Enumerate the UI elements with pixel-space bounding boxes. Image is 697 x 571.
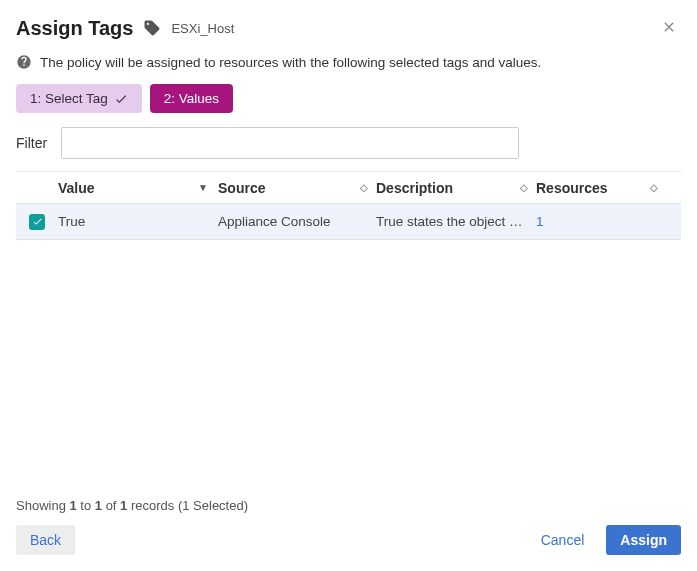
assign-tags-dialog: Assign Tags ESXi_Host The policy will be… <box>0 0 697 571</box>
cell-value: True <box>58 214 218 229</box>
step-select-tag[interactable]: 1: Select Tag <box>16 84 142 113</box>
tag-icon <box>143 19 161 37</box>
assign-button[interactable]: Assign <box>606 525 681 555</box>
cell-source: Appliance Console <box>218 214 376 229</box>
dialog-footer: Back Cancel Assign <box>16 525 681 571</box>
sort-desc-icon: ▼ <box>198 182 208 193</box>
step1-label: 1: Select Tag <box>30 91 108 106</box>
col-resources[interactable]: Resources ◇ <box>536 180 666 196</box>
check-icon <box>114 92 128 106</box>
values-table: Value ▼ Source ◇ Description ◇ Resources… <box>16 171 681 240</box>
filter-row: Filter <box>16 127 681 159</box>
row-checkbox-cell <box>16 214 58 230</box>
table-row[interactable]: True Appliance Console True states the o… <box>16 204 681 240</box>
close-button[interactable] <box>657 14 681 42</box>
sort-icon: ◇ <box>360 182 366 193</box>
cell-resources[interactable]: 1 <box>536 214 666 229</box>
selected-tag-name: ESXi_Host <box>171 21 234 36</box>
col-description[interactable]: Description ◇ <box>376 180 536 196</box>
back-button[interactable]: Back <box>16 525 75 555</box>
step2-label: 2: Values <box>164 91 219 106</box>
checkmark-icon <box>32 216 43 227</box>
hint-text: The policy will be assigned to resources… <box>40 55 541 70</box>
col-value[interactable]: Value ▼ <box>58 180 218 196</box>
wizard-steps: 1: Select Tag 2: Values <box>16 84 681 113</box>
filter-input[interactable] <box>61 127 519 159</box>
cancel-button[interactable]: Cancel <box>527 525 599 555</box>
step-values[interactable]: 2: Values <box>150 84 233 113</box>
cell-description: True states the object … <box>376 214 536 229</box>
status-line: Showing 1 to 1 of 1 records (1 Selected) <box>16 498 681 513</box>
help-icon <box>16 54 32 70</box>
hint-row: The policy will be assigned to resources… <box>16 54 681 70</box>
filter-label: Filter <box>16 135 47 151</box>
table-header: Value ▼ Source ◇ Description ◇ Resources… <box>16 172 681 204</box>
col-source[interactable]: Source ◇ <box>218 180 376 196</box>
close-icon <box>661 19 677 35</box>
row-checkbox[interactable] <box>29 214 45 230</box>
dialog-title: Assign Tags <box>16 17 133 40</box>
sort-icon: ◇ <box>520 182 526 193</box>
dialog-header: Assign Tags ESXi_Host <box>16 14 681 42</box>
sort-icon: ◇ <box>650 182 656 193</box>
